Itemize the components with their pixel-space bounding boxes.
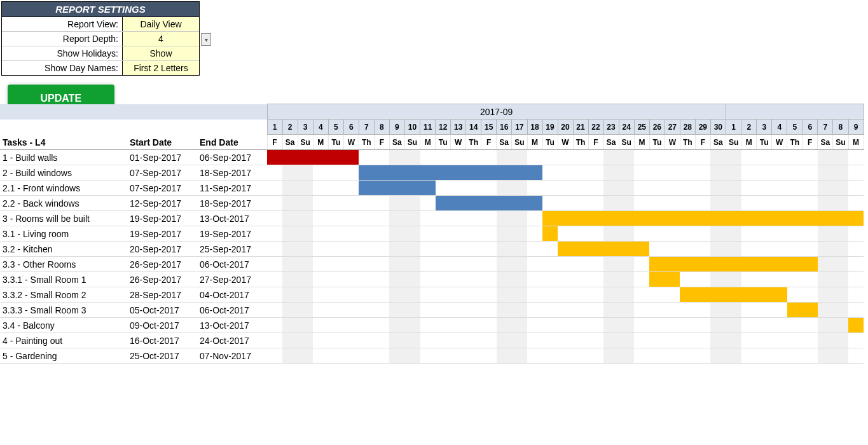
settings-value[interactable]: Daily View [123,17,199,31]
report-settings-panel: REPORT SETTINGS Report View:Daily ViewRe… [1,1,200,76]
gantt-cell [573,181,588,196]
gantt-cell [436,226,451,242]
gantt-cell [558,303,573,318]
gantt-cell [313,181,328,196]
gantt-cell [420,196,436,211]
gantt-cell [542,165,558,181]
gantt-cell [680,165,695,181]
gantt-cell [420,242,436,257]
gantt-cell [389,242,404,257]
gantt-cell [848,348,864,364]
gantt-cell [359,181,374,196]
gantt-dow-header: Su [404,135,420,150]
gantt-task-row: 2.1 - Front windows07-Sep-201711-Sep-201… [0,181,864,196]
gantt-cell [757,272,772,287]
gantt-cell [282,348,298,364]
gantt-cell [803,211,818,226]
gantt-cell [634,211,649,226]
gantt-cell [512,318,527,333]
gantt-cell [313,226,328,242]
gantt-cell [848,287,864,303]
gantt-cell [374,272,389,287]
report-view-dropdown-handle[interactable]: ▾ [201,33,211,46]
gantt-cell [726,211,741,226]
gantt-cell [343,226,359,242]
gantt-cell [649,165,665,181]
gantt-cell [466,242,481,257]
gantt-cell [665,242,680,257]
gantt-cell [542,242,558,257]
gantt-cell [558,242,573,257]
gantt-chart: 2017-09123456789101112131415161718192021… [0,104,868,364]
gantt-dow-header: Tu [328,135,343,150]
gantt-cell [649,318,665,333]
start-date-column-header: Start Date [127,135,197,150]
gantt-cell [404,196,420,211]
settings-value[interactable]: 4 [123,32,199,46]
gantt-cell [313,196,328,211]
gantt-cell [512,257,527,272]
gantt-cell [634,242,649,257]
gantt-cell [313,165,328,181]
gantt-cell [328,181,343,196]
gantt-cell [588,303,603,318]
gantt-cell [542,226,558,242]
gantt-cell [710,333,726,348]
gantt-cell [833,287,848,303]
task-end-date: 07-Nov-2017 [197,348,267,364]
gantt-task-row: 3.3.1 - Small Room 126-Sep-201727-Sep-20… [0,272,864,287]
gantt-cell [404,348,420,364]
gantt-cell [558,272,573,287]
gantt-dow-header: F [695,135,710,150]
gantt-cell [389,150,404,165]
gantt-cell [374,257,389,272]
gantt-cell [558,226,573,242]
gantt-task-row: 3.2 - Kitchen20-Sep-201725-Sep-2017 [0,242,864,257]
gantt-cell [481,303,497,318]
gantt-cell [497,272,512,287]
gantt-cell [741,303,757,318]
gantt-cell [404,181,420,196]
gantt-cell [619,318,634,333]
gantt-cell [803,333,818,348]
gantt-cell [757,211,772,226]
gantt-day-number: 5 [787,120,803,135]
settings-row: Show Holidays:Show [2,46,199,60]
gantt-cell [726,333,741,348]
gantt-cell [803,257,818,272]
gantt-cell [451,242,466,257]
gantt-cell [787,272,803,287]
gantt-dow-header: Sa [389,135,404,150]
gantt-cell [313,150,328,165]
gantt-cell [481,165,497,181]
gantt-cell [757,181,772,196]
gantt-cell [359,196,374,211]
gantt-cell [818,211,833,226]
gantt-cell [649,303,665,318]
settings-value[interactable]: Show [123,46,199,60]
gantt-cell [542,196,558,211]
gantt-cell [833,150,848,165]
gantt-cell [497,181,512,196]
gantt-cell [542,150,558,165]
gantt-cell [298,165,313,181]
gantt-cell [710,242,726,257]
gantt-cell [436,287,451,303]
gantt-cell [298,150,313,165]
gantt-cell [848,181,864,196]
gantt-cell [466,226,481,242]
gantt-cell [833,181,848,196]
gantt-dow-header: M [741,135,757,150]
gantt-task-row: 2 - Build windows07-Sep-201718-Sep-2017 [0,165,864,181]
gantt-cell [818,287,833,303]
gantt-cell [772,257,787,272]
gantt-cell [695,257,710,272]
gantt-cell [818,226,833,242]
gantt-cell [313,318,328,333]
gantt-dow-header: M [634,135,649,150]
gantt-cell [695,196,710,211]
gantt-cell [359,318,374,333]
gantt-cell [343,196,359,211]
gantt-cell [619,333,634,348]
settings-value[interactable]: First 2 Letters [123,61,199,75]
